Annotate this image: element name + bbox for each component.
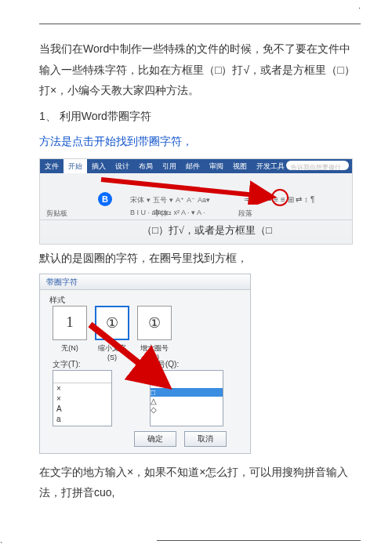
tab-design[interactable]: 设计 xyxy=(111,159,134,173)
style-shrink[interactable]: ① xyxy=(95,306,129,340)
tab-insert[interactable]: 插入 xyxy=(87,159,111,173)
ribbon-tabbar: 文件 开始 插入 设计 布局 引用 邮件 审阅 视图 开发工具 帮助 告诉我你想… xyxy=(40,159,352,173)
after-screenshot1-text: 默认的是圆圈的字符，在圈号里找到方框， xyxy=(39,248,361,269)
ring-listbox[interactable]: □ ○ □ △ ◇ xyxy=(150,370,223,426)
char-field-label: 文字(T): xyxy=(53,359,81,370)
document-preview-text: （□）打√，或者是方框里（□ xyxy=(142,223,272,238)
style-shrink-caption: 缩小文字(S) xyxy=(95,343,129,361)
intro-paragraph-3: 方法是点击开始找到带圈字符， xyxy=(39,131,361,152)
tell-me-search[interactable]: 告诉我你想要做什么 xyxy=(286,161,349,170)
ribbon-area: B 宋体▾五号▾A⁺A⁻Aa▾ ≔ ≔ ≔ ≡ ≡ ⊞ ⇄ ↕ ¶ B I U … xyxy=(40,173,352,220)
after-screenshot2-text: 在文字的地方输入×，如果不知道×怎么打，可以用搜狗拼音输入法，打拼音cuo, xyxy=(39,462,361,503)
intro-paragraph-2: 1、 利用Word带圈字符 xyxy=(39,106,361,127)
tab-view[interactable]: 视图 xyxy=(228,159,252,173)
ring-item[interactable]: ◇ xyxy=(151,405,223,414)
group-clipboard: 剪贴板 xyxy=(46,209,67,219)
group-font: 字体 xyxy=(154,209,168,219)
char-item[interactable]: a xyxy=(53,414,111,424)
style-enlarge[interactable]: ① xyxy=(137,306,172,340)
tab-layout[interactable]: 布局 xyxy=(134,159,158,173)
ring-field-label: 圈号(Q): xyxy=(150,359,179,370)
style-section-label: 样式 xyxy=(49,295,65,306)
char-item[interactable]: A xyxy=(53,404,111,414)
ring-top-value[interactable]: □ xyxy=(151,371,223,379)
char-item[interactable]: × xyxy=(53,394,111,404)
cancel-button[interactable]: 取消 xyxy=(184,431,227,447)
group-paragraph: 段落 xyxy=(238,209,252,219)
dialog-title: 带圈字符 xyxy=(40,274,250,290)
page-corner-mark: ` xyxy=(0,541,3,550)
char-listbox[interactable]: × × A a xyxy=(53,370,112,426)
intro-paragraph-1: 当我们在Word中制作一些特殊的文件的时候，免不了要在文件中输入一些特殊字符，比… xyxy=(39,38,361,101)
char-item[interactable]: × xyxy=(53,383,111,394)
enclosed-char-dialog: 带圈字符 样式 1 ① ① 无(N) 缩小文字(S) 增大圈号(E) 文字(T)… xyxy=(39,274,251,454)
tab-mailings[interactable]: 邮件 xyxy=(181,159,205,173)
ring-item[interactable]: △ xyxy=(151,397,223,405)
style-none[interactable]: 1 xyxy=(53,306,87,340)
bluetooth-icon[interactable]: B xyxy=(98,192,112,206)
tab-file[interactable]: 文件 xyxy=(40,159,64,173)
ring-item[interactable]: ○ xyxy=(151,379,223,388)
tab-references[interactable]: 引用 xyxy=(158,159,181,173)
tab-developer[interactable]: 开发工具 xyxy=(252,159,289,173)
tab-home[interactable]: 开始 xyxy=(64,159,87,173)
enclosed-character-highlight xyxy=(271,189,289,206)
ok-button[interactable]: 确定 xyxy=(134,431,176,447)
word-ribbon-screenshot: 文件 开始 插入 设计 布局 引用 邮件 审阅 视图 开发工具 帮助 告诉我你想… xyxy=(39,158,353,245)
ring-item-selected[interactable]: □ xyxy=(151,388,223,397)
font-size-controls[interactable]: 宋体▾五号▾A⁺A⁻Aa▾ xyxy=(130,195,210,205)
tab-review[interactable]: 审阅 xyxy=(205,159,228,173)
